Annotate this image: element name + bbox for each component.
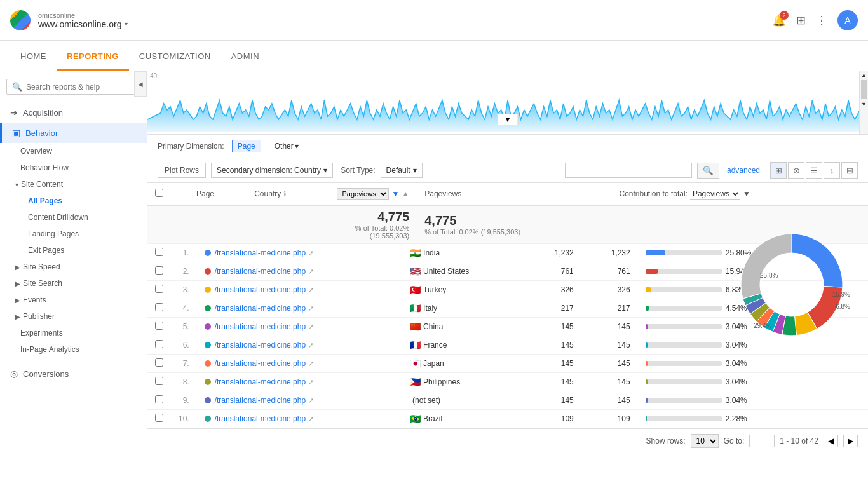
row-checkbox[interactable] (147, 410, 171, 428)
scrollbar-down[interactable]: ▼ (860, 100, 868, 108)
table-search-input[interactable] (565, 163, 692, 178)
external-link-icon[interactable]: ↗ (308, 396, 314, 405)
tab-admin[interactable]: ADMIN (221, 44, 269, 71)
view-performance-icon[interactable]: ☰ (806, 162, 822, 179)
sidebar-item-behavior[interactable]: ▣ Behavior (0, 123, 147, 143)
dim-other-button[interactable]: Other ▾ (269, 140, 304, 152)
sort-type-select[interactable]: Default ▾ (381, 163, 423, 178)
sidebar-group-site-search[interactable]: ▶ Site Search (0, 275, 147, 292)
row-checkbox[interactable] (147, 355, 171, 373)
google-analytics-logo (10, 10, 31, 30)
header-page[interactable]: Page (189, 183, 247, 205)
sidebar-group-site-content[interactable]: ▾ Site Content (0, 176, 147, 193)
row-country: 🇹🇷 Turkey (402, 281, 525, 299)
sort-toggle-icon[interactable]: ▲ (402, 189, 409, 198)
page-link[interactable]: /translational-medicine.php (215, 267, 306, 276)
prev-page-button[interactable]: ◀ (824, 435, 838, 447)
sidebar-subitem-landing-pages[interactable]: Landing Pages (0, 226, 147, 242)
external-link-icon[interactable]: ↗ (308, 323, 314, 331)
scrollbar-thumb[interactable] (861, 80, 867, 99)
page-link[interactable]: /translational-medicine.php (215, 414, 306, 423)
sidebar-subitem-exit-pages[interactable]: Exit Pages (0, 242, 147, 259)
sidebar-subitem-all-pages[interactable]: All Pages (0, 193, 147, 209)
view-data-icon[interactable]: ⊞ (770, 162, 787, 179)
row-page: /translational-medicine.php ↗ (197, 336, 402, 355)
external-link-icon[interactable]: ↗ (308, 268, 314, 276)
page-link[interactable]: /translational-medicine.php (215, 322, 306, 331)
plot-rows-button[interactable]: Plot Rows (158, 163, 206, 178)
header-pageviews-sortable[interactable]: Pageviews ▼ ▲ (329, 183, 417, 205)
select-all-checkbox[interactable] (155, 189, 163, 197)
external-link-icon[interactable]: ↗ (308, 341, 314, 349)
apps-icon[interactable]: ⊞ (796, 13, 806, 27)
row-num: 1. (171, 244, 197, 262)
toolbar: Plot Rows Secondary dimension: Country ▾… (147, 158, 868, 183)
rows-per-page-select[interactable]: 10 25 50 (691, 434, 719, 448)
page-link[interactable]: /translational-medicine.php (215, 396, 306, 405)
tab-home[interactable]: HOME (10, 44, 57, 71)
site-url[interactable]: www.omicsonline.org ▾ (38, 19, 128, 29)
pageviews-metric-select[interactable]: Pageviews (337, 188, 389, 200)
page-link[interactable]: /translational-medicine.php (215, 377, 306, 386)
sidebar-subitem-behavior-flow[interactable]: Behavior Flow (0, 159, 147, 176)
search-input[interactable] (26, 83, 135, 92)
external-link-icon[interactable]: ↗ (308, 415, 314, 423)
row-pageviews: 145 (581, 318, 638, 336)
row-num: 9. (171, 391, 197, 410)
tab-reporting[interactable]: REPORTING (57, 44, 129, 71)
sidebar-group-events[interactable]: ▶ Events (0, 292, 147, 308)
chart-date-jul: July 2016 (602, 134, 630, 135)
dim-page-button[interactable]: Page (232, 140, 261, 152)
notifications-icon[interactable]: 🔔 2 (772, 13, 786, 27)
row-checkbox[interactable] (147, 336, 171, 355)
scrollbar-up[interactable]: ▲ (860, 71, 868, 79)
header-country[interactable]: Country ℹ (247, 183, 329, 205)
view-comparison-icon[interactable]: ↕ (824, 162, 840, 179)
row-checkbox[interactable] (147, 244, 171, 262)
sidebar-group-site-speed[interactable]: ▶ Site Speed (0, 259, 147, 275)
sidebar-item-acquisition[interactable]: ➔ Acquisition (0, 102, 147, 123)
sidebar-item-conversions[interactable]: ◎ Conversions (0, 363, 147, 384)
contribution-metric-select[interactable]: Pageviews (690, 189, 740, 200)
external-link-icon[interactable]: ↗ (308, 249, 314, 257)
page-link[interactable]: /translational-medicine.php (215, 359, 306, 368)
table-search-button[interactable]: 🔍 (697, 163, 719, 179)
row-checkbox[interactable] (147, 391, 171, 410)
view-pivot-icon[interactable]: ⊟ (841, 162, 858, 179)
goto-page-input[interactable]: 1 (749, 435, 775, 447)
sort-desc-icon: ▼ (391, 189, 399, 198)
external-link-icon[interactable]: ↗ (308, 286, 314, 294)
chart-expand-button[interactable]: ▼ (498, 114, 519, 125)
sidebar-group-publisher[interactable]: ▶ Publisher (0, 308, 147, 325)
advanced-link[interactable]: advanced (727, 166, 760, 175)
row-pageviews-bar: 109 (525, 410, 581, 428)
pie-slice[interactable] (792, 234, 843, 287)
tab-customization[interactable]: CUSTOMIZATION (129, 44, 221, 71)
row-checkbox[interactable] (147, 318, 171, 336)
row-checkbox[interactable] (147, 373, 171, 391)
secondary-dimension-select[interactable]: Secondary dimension: Country ▾ (211, 163, 333, 178)
more-options-icon[interactable]: ⋮ (816, 13, 827, 27)
external-link-icon[interactable]: ↗ (308, 378, 314, 386)
pie-label-15: 15.9% (832, 291, 850, 298)
page-link[interactable]: /translational-medicine.php (215, 304, 306, 313)
external-link-icon[interactable]: ↗ (308, 304, 314, 313)
sidebar-subitem-overview[interactable]: Overview (0, 143, 147, 159)
search-box[interactable]: 🔍 (6, 79, 140, 95)
sidebar-collapse-button[interactable]: ◀ (134, 71, 147, 97)
row-checkbox[interactable] (147, 262, 171, 281)
page-link[interactable]: /translational-medicine.php (215, 248, 306, 257)
next-page-button[interactable]: ▶ (843, 435, 858, 447)
view-pie-icon[interactable]: ⊗ (788, 162, 804, 179)
page-link[interactable]: /translational-medicine.php (215, 285, 306, 294)
sidebar-subitem-content-drilldown[interactable]: Content Drilldown (0, 209, 147, 226)
row-checkbox[interactable] (147, 299, 171, 318)
sidebar-subitem-experiments[interactable]: Experiments (0, 325, 147, 341)
pie-slice[interactable] (741, 234, 792, 299)
row-checkbox[interactable] (147, 281, 171, 299)
row-page: /translational-medicine.php ↗ (197, 299, 402, 318)
page-link[interactable]: /translational-medicine.php (215, 341, 306, 349)
user-avatar[interactable]: A (837, 10, 858, 30)
sidebar-subitem-in-page-analytics[interactable]: In-Page Analytics (0, 341, 147, 358)
external-link-icon[interactable]: ↗ (308, 360, 314, 368)
